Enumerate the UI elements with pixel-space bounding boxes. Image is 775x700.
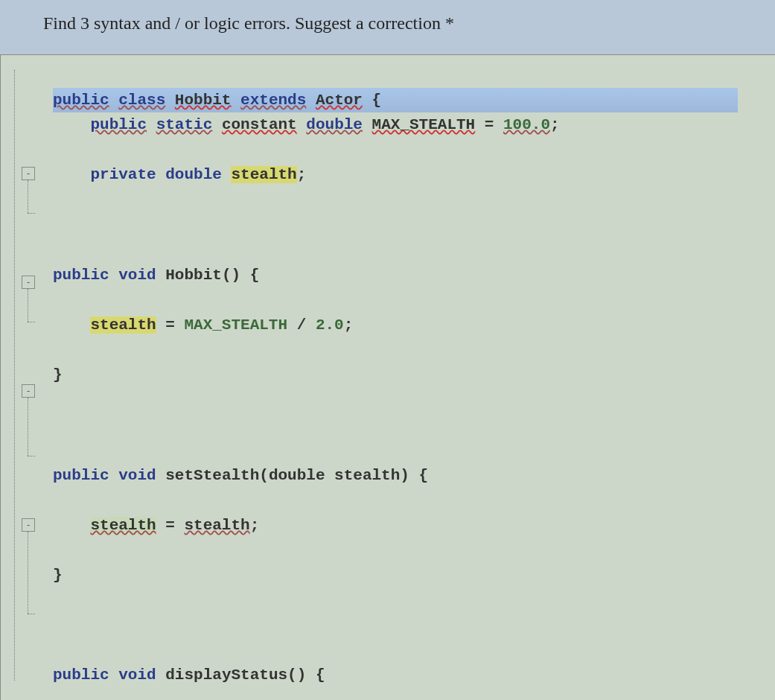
- fold-toggle-setstealth[interactable]: -: [22, 276, 35, 289]
- fold-guide: [28, 180, 28, 213]
- blank-line: [53, 613, 775, 638]
- code-line-6: stealth = MAX_STEALTH / 2.0;: [53, 313, 775, 338]
- blank-line: [53, 213, 775, 238]
- fold-guide-outer: [14, 70, 15, 681]
- code-line-9: public void setStealth(double stealth) {: [53, 463, 775, 489]
- code-line-5: public void Hobbit() {: [53, 263, 775, 288]
- fold-toggle-hobbit[interactable]: -: [22, 167, 35, 180]
- fold-guide-end: [28, 456, 35, 456]
- code-line-1: public class Hobbit extends Actor {: [53, 88, 738, 113]
- code-content[interactable]: public class Hobbit extends Actor { publ…: [53, 55, 775, 700]
- blank-line: [53, 413, 775, 438]
- fold-guide: [28, 532, 28, 614]
- fold-guide-end: [28, 614, 35, 614]
- code-line-2: public static constant double MAX_STEALT…: [53, 112, 775, 138]
- code-line-10: stealth = stealth;: [53, 513, 775, 538]
- code-editor: - - - - public class Hobbit extends Acto…: [0, 54, 775, 700]
- code-line-7: }: [53, 363, 775, 388]
- code-line-3: private double stealth;: [53, 162, 775, 188]
- fold-guide-end: [28, 322, 35, 322]
- code-line-13: public void displayStatus() {: [53, 663, 775, 688]
- fold-toggle-tostring[interactable]: -: [22, 518, 35, 532]
- question-prompt: Find 3 syntax and / or logic errors. Sug…: [0, 0, 775, 54]
- fold-guide: [28, 398, 28, 456]
- fold-toggle-displaystatus[interactable]: -: [22, 384, 35, 398]
- code-line-11: }: [53, 563, 775, 588]
- gutter: - - - -: [8, 55, 44, 700]
- fold-guide: [28, 289, 28, 322]
- fold-guide-end: [28, 213, 35, 214]
